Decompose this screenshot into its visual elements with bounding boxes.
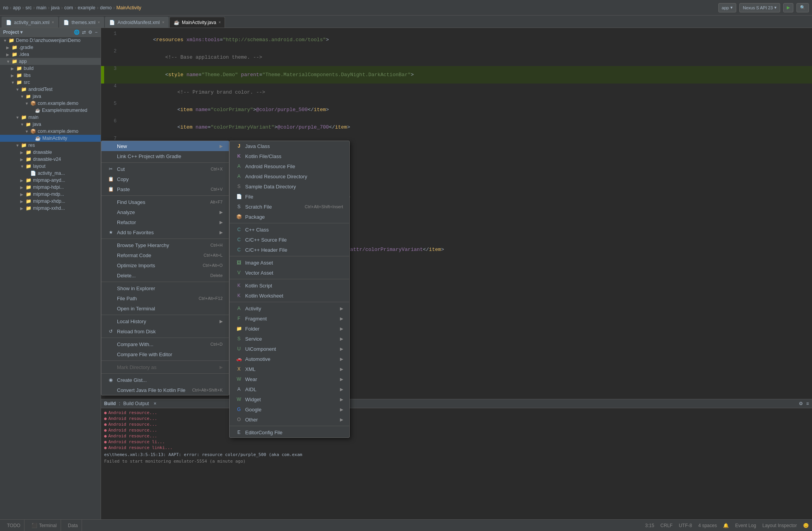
tab-terminal[interactable]: ⬛ Terminal bbox=[28, 520, 61, 531]
submenu-item-activity[interactable]: A Activity ▶ bbox=[230, 303, 349, 313]
submenu-item-java-class[interactable]: J Java Class bbox=[230, 141, 349, 151]
menu-item-analyze[interactable]: Analyze ▶ bbox=[101, 207, 229, 217]
menu-item-compare-with[interactable]: Compare With... Ctrl+D bbox=[101, 339, 229, 349]
context-menu[interactable]: New ▶ Link C++ Project with Gradle ✂ Cut bbox=[101, 141, 229, 395]
sidebar-item-activity-main[interactable]: 📄 activity_ma... bbox=[0, 170, 101, 177]
submenu-item-cpp-source[interactable]: C C/C++ Source File bbox=[230, 235, 349, 245]
build-close[interactable]: × bbox=[153, 401, 156, 406]
menu-item-link-cpp[interactable]: Link C++ Project with Gradle bbox=[101, 151, 229, 161]
submenu-item-editorconfig[interactable]: E EditorConfig File bbox=[230, 427, 349, 437]
submenu-item-scratch[interactable]: S Scratch File Ctrl+Alt+Shift+Insert bbox=[230, 202, 349, 212]
tab-data[interactable]: Data bbox=[64, 520, 82, 531]
sidebar-item-mainactivity[interactable]: ☕ MainActivity bbox=[0, 135, 101, 142]
menu-item-convert-kotlin[interactable]: Convert Java File to Kotlin File Ctrl+Al… bbox=[101, 385, 229, 395]
sidebar-item-java-main[interactable]: ▼ 📁 java bbox=[0, 121, 101, 128]
sidebar-item-idea[interactable]: ▶ 📁 .idea bbox=[0, 51, 101, 58]
submenu-item-google[interactable]: G Google ▶ bbox=[230, 404, 349, 414]
editor-area[interactable]: 1 <resources xmlns:tools="http://schemas… bbox=[101, 28, 812, 519]
layout-inspector-button[interactable]: Layout Inspector bbox=[762, 523, 797, 528]
submenu-item-android-resource-file[interactable]: A Android Resource File bbox=[230, 161, 349, 171]
submenu-item-fragment[interactable]: F Fragment ▶ bbox=[230, 313, 349, 324]
menu-item-open-terminal[interactable]: Open in Terminal bbox=[101, 303, 229, 313]
sidebar-item-com-example-demo-test[interactable]: ▼ 📦 com.example.demo bbox=[0, 100, 101, 107]
submenu-item-kotlin-script[interactable]: K Kotlin Script bbox=[230, 280, 349, 291]
menu-item-refactor[interactable]: Refactor ▶ bbox=[101, 217, 229, 227]
submenu-item-aidl[interactable]: A AIDL ▶ bbox=[230, 384, 349, 394]
sidebar-item-app[interactable]: ▼ 📁 app bbox=[0, 58, 101, 65]
tab-activity-main[interactable]: 📄 activity_main.xml × bbox=[2, 17, 58, 28]
submenu-item-other[interactable]: O Other ▶ bbox=[230, 414, 349, 425]
menu-item-compare-editor[interactable]: Compare File with Editor bbox=[101, 349, 229, 359]
tab-close-icon[interactable]: × bbox=[98, 20, 100, 24]
menu-item-find-usages[interactable]: Find Usages Alt+F7 bbox=[101, 197, 229, 207]
event-log-button[interactable]: Event Log bbox=[735, 523, 756, 528]
notification-icon[interactable]: 🔔 bbox=[723, 523, 729, 528]
submenu-item-image-asset[interactable]: 🖼 Image Asset bbox=[230, 258, 349, 268]
build-hamburger[interactable]: ≡ bbox=[806, 401, 809, 406]
sidebar-item-drawable[interactable]: ▶ 📁 drawable bbox=[0, 149, 101, 156]
tab-todo[interactable]: TODO bbox=[3, 520, 24, 531]
menu-item-mark-directory[interactable]: Mark Directory as ▶ bbox=[101, 362, 229, 372]
menu-item-paste[interactable]: 📋 Paste Ctrl+V bbox=[101, 184, 229, 194]
sidebar-item-layout[interactable]: ▼ 📁 layout bbox=[0, 163, 101, 170]
menu-item-copy[interactable]: 📋 Copy bbox=[101, 174, 229, 184]
globe-icon[interactable]: 🌐 bbox=[74, 30, 80, 35]
sidebar-item-demo[interactable]: ▼ 📁 Demo D:\anzhuowenjian\Demo bbox=[0, 37, 101, 44]
sidebar-item-res[interactable]: ▼ 📁 res bbox=[0, 142, 101, 149]
tab-close-icon[interactable]: × bbox=[162, 20, 164, 24]
sidebar-item-exampleinstrumented[interactable]: ☕ ExampleInstrumented bbox=[0, 107, 101, 114]
submenu-item-kotlin-worksheet[interactable]: K Kotlin Worksheet bbox=[230, 291, 349, 301]
sidebar-item-libs[interactable]: ▶ 📁 libs bbox=[0, 72, 101, 79]
sidebar-item-main[interactable]: ▼ 📁 main bbox=[0, 114, 101, 121]
menu-item-optimize[interactable]: Optimize Imports Ctrl+Alt+O bbox=[101, 260, 229, 270]
menu-item-reformat[interactable]: Reformat Code Ctrl+Alt+L bbox=[101, 250, 229, 260]
sidebar-item-mipmap-anyd[interactable]: ▶ 📁 mipmap-anyd... bbox=[0, 177, 101, 184]
tab-close-icon[interactable]: × bbox=[218, 20, 221, 24]
sidebar-item-androidtest[interactable]: ▼ 📁 androidTest bbox=[0, 86, 101, 93]
submenu-item-file[interactable]: 📄 File bbox=[230, 192, 349, 202]
sidebar-item-com-example-demo[interactable]: ▼ 📦 com.example.demo bbox=[0, 128, 101, 135]
menu-item-cut[interactable]: ✂ Cut Ctrl+X bbox=[101, 164, 229, 174]
app-selector[interactable]: app ▾ bbox=[718, 3, 736, 12]
sidebar-item-src[interactable]: ▼ 📁 src bbox=[0, 79, 101, 86]
tab-close-icon[interactable]: × bbox=[52, 20, 54, 24]
tab-themes[interactable]: 📄 themes.xml × bbox=[59, 17, 104, 28]
submenu-item-kotlin-class[interactable]: K Kotlin File/Class bbox=[230, 151, 349, 161]
tab-mainactivity[interactable]: ☕ MainActivity.java × bbox=[169, 17, 225, 28]
menu-item-add-to-favorites[interactable]: ★ Add to Favorites ▶ bbox=[101, 227, 229, 237]
submenu-item-automotive[interactable]: 🚗 Automotive ▶ bbox=[230, 354, 349, 364]
sidebar-item-gradle[interactable]: ▶ 📁 .gradle bbox=[0, 44, 101, 51]
submenu-item-vector-asset[interactable]: V Vector Asset bbox=[230, 268, 349, 278]
sidebar-item-mipmap-xhdp[interactable]: ▶ 📁 mipmap-xhdp... bbox=[0, 198, 101, 205]
device-selector[interactable]: Nexus S API 23 ▾ bbox=[739, 3, 780, 12]
submenu-item-cpp-class[interactable]: C C++ Class bbox=[230, 225, 349, 235]
sidebar-item-build[interactable]: ▶ 📁 build bbox=[0, 65, 101, 72]
menu-item-reload[interactable]: ↺ Reload from Disk bbox=[101, 326, 229, 336]
sync-icon[interactable]: ⇄ bbox=[82, 30, 86, 35]
menu-item-delete[interactable]: Delete... Delete bbox=[101, 270, 229, 280]
search-button[interactable]: 🔍 bbox=[796, 3, 809, 12]
build-gear[interactable]: ⚙ bbox=[799, 401, 803, 406]
gear-icon[interactable]: ⚙ bbox=[88, 30, 92, 35]
submenu-item-folder[interactable]: 📁 Folder ▶ bbox=[230, 324, 349, 334]
sidebar-item-java-test[interactable]: ▼ 📁 java bbox=[0, 93, 101, 100]
menu-item-browse-type[interactable]: Browse Type Hierarchy Ctrl+H bbox=[101, 240, 229, 250]
submenu-item-service[interactable]: S Service ▶ bbox=[230, 334, 349, 344]
submenu-item-android-resource-dir[interactable]: A Android Resource Directory bbox=[230, 171, 349, 181]
sidebar-item-mipmap-hdpi[interactable]: ▶ 📁 mipmap-hdpi... bbox=[0, 184, 101, 191]
minimize-icon[interactable]: − bbox=[95, 30, 98, 35]
submenu-item-cpp-header[interactable]: C C/C++ Header File bbox=[230, 245, 349, 255]
sidebar-item-mipmap-xxhd[interactable]: ▶ 📁 mipmap-xxhd... bbox=[0, 205, 101, 212]
menu-item-file-path[interactable]: File Path Ctrl+Alt+F12 bbox=[101, 293, 229, 303]
menu-item-show-explorer[interactable]: Show in Explorer bbox=[101, 283, 229, 293]
submenu-item-uicomponent[interactable]: U UiComponent ▶ bbox=[230, 344, 349, 354]
sidebar-item-mipmap-mdp[interactable]: ▶ 📁 mipmap-mdp... bbox=[0, 191, 101, 198]
submenu-item-widget[interactable]: W Widget ▶ bbox=[230, 394, 349, 404]
menu-item-new[interactable]: New ▶ bbox=[101, 141, 229, 151]
submenu-item-package[interactable]: 📦 Package bbox=[230, 212, 349, 222]
new-submenu[interactable]: J Java Class K Kotlin File/Class A Andro… bbox=[229, 141, 350, 438]
submenu-item-xml[interactable]: X XML ▶ bbox=[230, 364, 349, 374]
run-button[interactable]: ▶ bbox=[783, 3, 793, 12]
menu-item-create-gist[interactable]: ◉ Create Gist... bbox=[101, 375, 229, 385]
sidebar-item-drawable-v24[interactable]: ▶ 📁 drawable-v24 bbox=[0, 156, 101, 163]
